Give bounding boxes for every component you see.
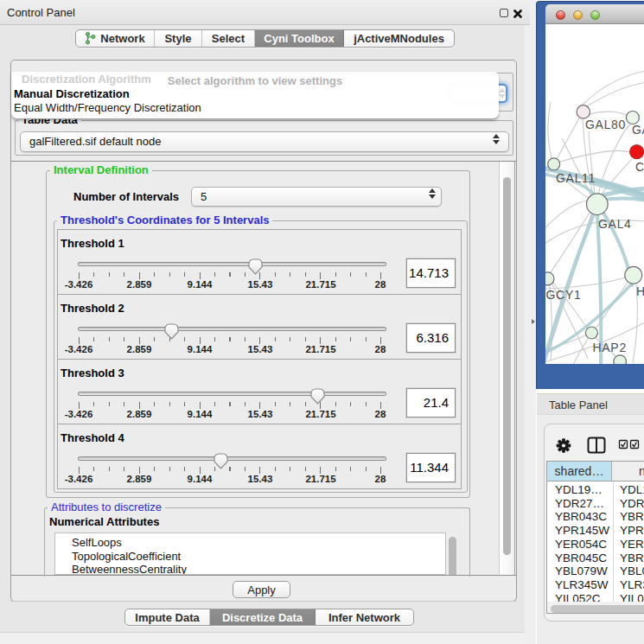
svg-text:C: C xyxy=(635,160,644,174)
svg-text:HAP2: HAP2 xyxy=(593,341,627,354)
svg-text:H: H xyxy=(636,284,644,298)
svg-text:GAL4: GAL4 xyxy=(598,217,632,231)
svg-text:GAL80: GAL80 xyxy=(585,118,626,131)
svg-text:GAL11: GAL11 xyxy=(556,171,596,185)
svg-text:GCY1: GCY1 xyxy=(546,288,582,302)
svg-text:GA: GA xyxy=(632,123,644,137)
